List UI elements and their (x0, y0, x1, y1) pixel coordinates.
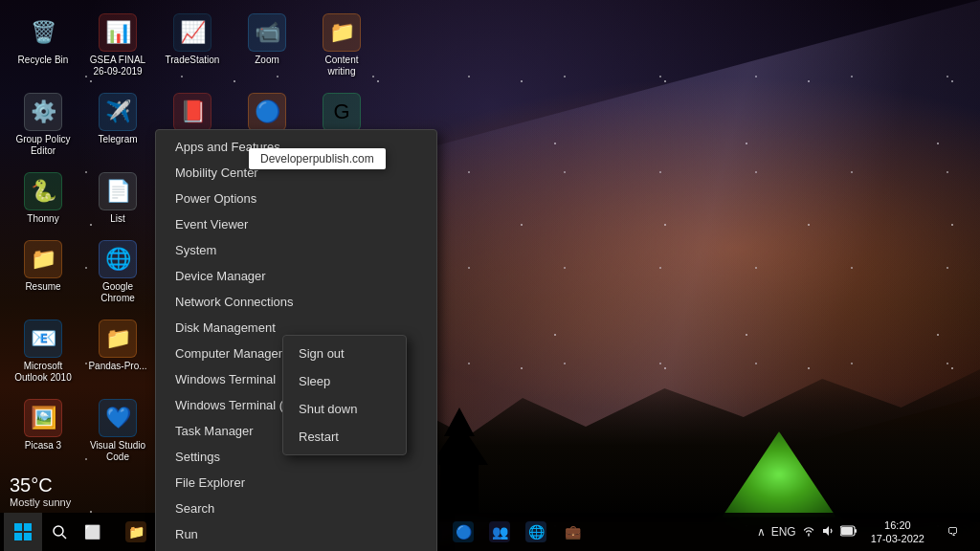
icon-img-ms-outlook: 📧 (24, 320, 62, 358)
svg-line-5 (62, 535, 66, 539)
icon-label-telegram: Telegram (98, 134, 137, 145)
svg-marker-6 (823, 526, 829, 536)
icon-label-pandas-pro: Pandas-Pro... (88, 361, 146, 372)
tray-sound[interactable] (821, 524, 835, 540)
taskbar-right: ∧ ENG (746, 513, 980, 551)
icon-label-group-policy: Group Policy Editor (13, 134, 73, 157)
windows-icon (14, 523, 32, 540)
menu-item-run[interactable]: Run (156, 521, 436, 547)
taskbar-clock[interactable]: 16:20 17-03-2022 (865, 517, 930, 548)
submenu-item-shut-down[interactable]: Shut down (283, 395, 406, 423)
desktop-icon-content-writing[interactable]: 📁Content writing (308, 10, 375, 81)
menu-item-shutdown-signout[interactable]: Shut down or sign out (156, 547, 436, 551)
icon-img-picasa: 🖼️ (24, 399, 62, 437)
menu-item-power-options[interactable]: Power Options (156, 186, 436, 211)
desktop-icon-resume[interactable]: 📁Resume (10, 236, 77, 308)
menu-item-file-explorer[interactable]: File Explorer (156, 470, 436, 496)
submenu-item-sign-out[interactable]: Sign out (283, 340, 406, 367)
battery-icon (840, 525, 858, 537)
icon-img-chrome: 🌐 (99, 240, 137, 278)
svg-rect-9 (841, 527, 853, 535)
icon-img-pandas-pro: 📁 (99, 320, 137, 358)
taskbar-app-tb-explorer[interactable]: 📁 (119, 513, 153, 551)
icon-img-grammarly: G (323, 93, 361, 131)
icon-label-picasa: Picasa 3 (25, 440, 61, 452)
icon-img-group-policy: ⚙️ (24, 93, 62, 131)
tray-icons: ∧ ENG (753, 524, 861, 540)
wifi-icon (802, 524, 815, 538)
tooltip-box: Developerpublish.com (249, 148, 386, 169)
desktop-icon-thonny[interactable]: 🐍Thonny (10, 168, 77, 229)
taskbar-app-icon-tb-teams: 👥 (489, 521, 510, 542)
svg-rect-8 (855, 529, 857, 533)
submenu-item-restart[interactable]: Restart (283, 423, 406, 451)
weather-widget: 35°C Mostly sunny (10, 474, 71, 508)
search-icon (52, 524, 67, 540)
task-view-button[interactable]: ⬜ (77, 513, 107, 551)
icon-label-thonny: Thonny (27, 213, 58, 225)
taskbar-app-icon-tb-app3: 🌐 (525, 521, 546, 542)
icon-img-list: 📄 (99, 172, 137, 210)
tray-wifi[interactable] (802, 524, 815, 540)
tray-eng[interactable]: ENG (771, 525, 796, 539)
taskbar-app-icon-tb-app4: 💼 (562, 521, 583, 542)
icon-img-zoom: 📹 (248, 13, 286, 52)
menu-item-device-manager[interactable]: Device Manager (156, 263, 436, 289)
icon-label-content-writing: Content writing (312, 55, 371, 77)
menu-item-network-connections[interactable]: Network Connections (156, 289, 436, 315)
icon-img-tradestation: 📈 (173, 13, 212, 52)
taskbar-app-icon-tb-explorer: 📁 (125, 521, 146, 542)
submenu: Sign outSleepShut downRestart (282, 335, 407, 455)
taskbar-left: ⬜ (0, 513, 111, 551)
desktop-icon-picasa[interactable]: 🖼️Picasa 3 (10, 395, 77, 467)
start-button[interactable] (4, 513, 42, 551)
svg-rect-1 (24, 523, 32, 531)
icon-img-resume: 📁 (24, 240, 62, 278)
tooltip-text: Developerpublish.com (260, 152, 374, 165)
icon-img-content-writing: 📁 (323, 13, 361, 52)
desktop-icon-chrome[interactable]: 🌐Google Chrome (84, 236, 151, 308)
menu-item-search[interactable]: Search (156, 496, 436, 521)
icon-img-gsea: 📊 (99, 13, 137, 52)
menu-item-system[interactable]: System (156, 237, 436, 263)
icon-img-thonny: 🐍 (24, 172, 62, 210)
icon-img-adobe: 📕 (173, 93, 212, 131)
icon-img-vscode: 💙 (99, 399, 137, 437)
notification-button[interactable]: 🗨 (934, 513, 972, 551)
icon-label-tradestation: TradeStation (166, 55, 220, 66)
desktop-icon-tradestation[interactable]: 📈TradeStation (159, 10, 226, 81)
icon-img-recycle-bin: 🗑️ (24, 13, 62, 52)
tray-battery[interactable] (840, 525, 858, 540)
weather-temp: 35°C (10, 474, 71, 496)
icon-label-list: List (110, 213, 125, 225)
svg-rect-2 (14, 533, 22, 540)
desktop-icon-recycle-bin[interactable]: 🗑️Recycle Bin (10, 10, 77, 81)
submenu-item-sleep[interactable]: Sleep (283, 367, 406, 395)
desktop-icon-zoom[interactable]: 📹Zoom (234, 10, 301, 81)
taskbar-search-button[interactable] (44, 513, 75, 551)
taskbar: ⬜ 📁🌐🛍️in🎵⚙️🌐📧📊🔵👥🌐💼 ∧ ENG (0, 513, 980, 551)
desktop-icon-group-policy[interactable]: ⚙️Group Policy Editor (10, 89, 77, 161)
weather-description: Mostly sunny (10, 496, 71, 508)
desktop-icon-telegram[interactable]: ✈️Telegram (84, 89, 151, 161)
taskbar-app-tb-teams[interactable]: 👥 (482, 513, 517, 551)
clock-date: 17-03-2022 (871, 532, 924, 545)
desktop-icon-pandas-pro[interactable]: 📁Pandas-Pro... (84, 316, 151, 387)
svg-rect-0 (14, 523, 22, 531)
desktop-icon-gsea[interactable]: 📊GSEA FINAL 26-09-2019 (84, 10, 151, 81)
desktop-icon-list[interactable]: 📄List (84, 168, 151, 229)
taskbar-app-tb-app3[interactable]: 🌐 (519, 513, 553, 551)
menu-item-event-viewer[interactable]: Event Viewer (156, 211, 436, 237)
icon-img-blender: 🔵 (248, 93, 286, 131)
svg-rect-3 (24, 533, 32, 540)
icon-label-vscode: Visual Studio Code (88, 440, 147, 463)
desktop-icon-vscode[interactable]: 💙Visual Studio Code (84, 395, 151, 467)
icon-label-gsea: GSEA FINAL 26-09-2019 (88, 55, 147, 77)
icon-img-telegram: ✈️ (99, 93, 137, 131)
desktop-icon-ms-outlook[interactable]: 📧Microsoft Outlook 2010 (10, 316, 77, 387)
icon-label-zoom: Zoom (255, 55, 279, 66)
taskbar-app-tb-app4[interactable]: 💼 (555, 513, 590, 551)
taskbar-app-icon-tb-app2: 🔵 (453, 521, 474, 542)
tray-expand[interactable]: ∧ (757, 525, 766, 539)
taskbar-app-tb-app2[interactable]: 🔵 (446, 513, 480, 551)
